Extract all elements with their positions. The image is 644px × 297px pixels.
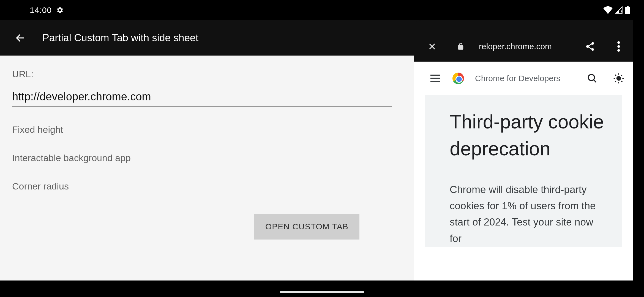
site-header: Chrome for Developers: [414, 62, 633, 95]
battery-icon: [625, 6, 630, 14]
navigation-pill[interactable]: [280, 291, 364, 293]
custom-tab-toolbar: reloper.chrome.com: [414, 20, 633, 62]
svg-point-2: [617, 45, 620, 48]
url-input[interactable]: http://developer.chrome.com: [12, 90, 392, 107]
svg-point-3: [617, 49, 620, 52]
custom-tab-page: Chrome for Developers Third-party cookie…: [414, 62, 633, 280]
hamburger-icon[interactable]: [429, 72, 441, 84]
chrome-logo-icon: [452, 73, 464, 84]
more-icon[interactable]: [613, 40, 625, 53]
theme-icon[interactable]: [613, 72, 625, 84]
share-icon[interactable]: [584, 40, 596, 53]
svg-rect-4: [430, 75, 440, 76]
back-button[interactable]: [13, 31, 26, 45]
status-bar: 14:00 !: [0, 0, 644, 20]
svg-point-1: [617, 41, 620, 44]
article-title: Third-party cookie deprecation: [450, 108, 605, 162]
svg-point-7: [588, 74, 594, 80]
svg-rect-5: [430, 78, 440, 79]
svg-line-12: [615, 75, 616, 76]
article-body: Chrome will disable third-party cookies …: [450, 182, 605, 247]
svg-line-16: [615, 81, 616, 82]
svg-rect-6: [430, 81, 440, 82]
site-title[interactable]: Chrome for Developers: [475, 74, 575, 83]
screen-edge: [633, 0, 644, 297]
page-title: Partial Custom Tab with side sheet: [42, 32, 198, 44]
signal-icon: !: [615, 6, 623, 14]
svg-text:!: !: [621, 10, 622, 14]
clock: 14:00: [30, 6, 52, 15]
interactable-bg-label: Interactable background app: [12, 153, 131, 163]
svg-line-8: [594, 79, 596, 82]
article-card: Third-party cookie deprecation Chrome wi…: [425, 95, 622, 247]
gear-icon: [56, 6, 64, 14]
svg-line-13: [621, 81, 623, 82]
wifi-icon: [603, 6, 613, 14]
custom-tab-side-sheet: reloper.chrome.com Chrome for Developers: [414, 20, 633, 280]
fixed-height-label: Fixed height: [12, 124, 63, 135]
lock-icon: [455, 40, 467, 53]
corner-radius-label: Corner radius: [12, 181, 69, 192]
open-custom-tab-button[interactable]: OPEN CUSTOM TAB: [254, 214, 359, 240]
search-icon[interactable]: [586, 72, 598, 84]
custom-tab-url[interactable]: reloper.chrome.com: [479, 42, 567, 51]
close-icon[interactable]: [426, 40, 438, 53]
svg-line-17: [621, 75, 623, 76]
svg-point-9: [616, 76, 621, 81]
